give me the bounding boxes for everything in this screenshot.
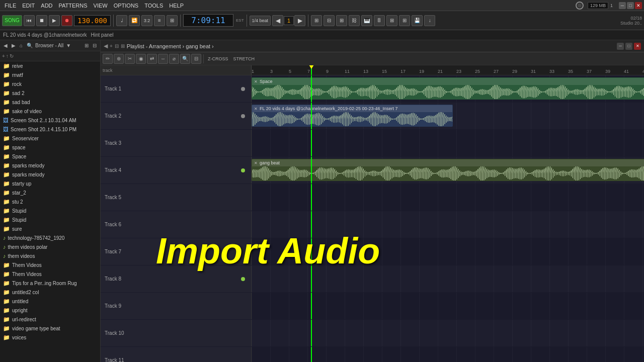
mixer2-button[interactable]: 🎚 xyxy=(374,15,385,26)
browser-item[interactable]: 📁url-redirect xyxy=(0,315,100,324)
time-sig-button[interactable]: 1/4 beat xyxy=(250,16,271,26)
browser-item[interactable]: 📁voices xyxy=(0,333,100,342)
browser-item[interactable]: 📁sparks melody xyxy=(0,170,100,179)
track-label-10[interactable]: Track 10 xyxy=(101,320,252,346)
track-label-5[interactable]: Track 5 xyxy=(101,184,252,211)
browser-item[interactable]: 📁sake of video xyxy=(0,107,100,116)
browser-view-button[interactable]: ⊞ xyxy=(83,42,90,49)
browser-item[interactable]: ♪them videos polar xyxy=(0,242,100,251)
track-content-7[interactable] xyxy=(252,238,644,265)
browser-btn[interactable]: ⊞ xyxy=(386,15,397,26)
playlist-close-button[interactable]: ✕ xyxy=(634,43,641,50)
ruler-ticks[interactable]: 1357911131517192123252729313335373941434… xyxy=(252,65,644,75)
track-label-4[interactable]: Track 4 xyxy=(101,157,252,184)
playlist-nav-left[interactable]: ◀ xyxy=(104,43,108,49)
browser-refresh-button[interactable]: ↻ xyxy=(10,53,14,59)
pattern-btn[interactable]: ⊞ xyxy=(399,15,410,26)
menu-help[interactable]: HELP xyxy=(167,2,186,10)
track-content-9[interactable] xyxy=(252,293,644,319)
browser-search-button[interactable]: 🔍 xyxy=(25,42,34,49)
track-label-3[interactable]: Track 3 xyxy=(101,130,252,156)
track-label-1[interactable]: Track 1 xyxy=(101,75,252,102)
menu-add[interactable]: ADD xyxy=(38,2,55,10)
browser-item[interactable]: 📁stu 2 xyxy=(0,197,100,206)
playlist-add-button[interactable]: + xyxy=(110,43,113,49)
snap-button[interactable]: ⊞ xyxy=(311,15,322,26)
track-label-7[interactable]: Track 7 xyxy=(101,238,252,265)
track-label-9[interactable]: Track 9 xyxy=(101,293,252,319)
playlist-expand-button[interactable]: ⊞ xyxy=(121,43,125,49)
close-button[interactable]: ✕ xyxy=(635,2,642,9)
clip-remove[interactable]: ✕ xyxy=(254,161,258,165)
audio-clip[interactable]: ✕gang beat xyxy=(252,159,644,181)
count-in-button[interactable]: 3:2 xyxy=(141,15,152,26)
maximize-button[interactable]: □ xyxy=(627,2,634,9)
track-content-6[interactable] xyxy=(252,211,644,238)
draw-tool[interactable]: ✏ xyxy=(103,54,113,64)
delete-tool[interactable]: ✂ xyxy=(125,54,135,64)
link-button[interactable]: ⛓ xyxy=(349,15,360,26)
browser-options-button[interactable]: ⊟ xyxy=(91,42,98,49)
browser-item[interactable]: 📁Them Videos xyxy=(0,260,100,269)
browser-item[interactable]: 📁upright xyxy=(0,306,100,315)
browser-item[interactable]: 📁Stupid xyxy=(0,206,100,215)
zoom-out-tool[interactable]: ⊟ xyxy=(191,54,201,64)
browser-item[interactable]: ♪them videos xyxy=(0,251,100,260)
piano-button[interactable]: 🎹 xyxy=(361,15,372,26)
add-folder-button[interactable]: + xyxy=(2,53,5,59)
browser-item[interactable]: 📁sparks melody xyxy=(0,161,100,170)
browser-item[interactable]: 📁rock xyxy=(0,79,100,88)
select-tool[interactable]: ⊕ xyxy=(114,54,124,64)
track-content-4[interactable]: ✕gang beat xyxy=(252,157,644,184)
zoom-button[interactable]: ⊞ xyxy=(336,15,347,26)
browser-collapse-button[interactable]: ▼ xyxy=(64,42,72,49)
mixer-button[interactable]: ≡ xyxy=(154,15,165,26)
track-content-11[interactable] xyxy=(252,347,644,362)
browser-item[interactable]: 📁rnwtf xyxy=(0,70,100,79)
stop-button[interactable]: ⏹ xyxy=(36,15,47,26)
minimize-button[interactable]: ─ xyxy=(619,2,626,9)
play-button[interactable]: ▶ xyxy=(49,15,60,26)
browser-item[interactable]: 📁Seoservicer xyxy=(0,134,100,143)
track-content-3[interactable] xyxy=(252,130,644,156)
track-content-2[interactable]: ✕FL 20 vids 4 days @1channelnetwork_2019… xyxy=(252,103,644,129)
menu-view[interactable]: VIEW xyxy=(91,2,110,10)
browser-item[interactable]: 🖼Screen Shot 20..t 4.15.10 PM xyxy=(0,125,100,134)
zoom-in-tool[interactable]: 🔍 xyxy=(180,54,190,64)
menu-patterns[interactable]: PATTERNS xyxy=(56,2,90,10)
loop-button[interactable]: 🔁 xyxy=(129,15,140,26)
track-content-8[interactable] xyxy=(252,265,644,292)
output-button[interactable]: ⊞ xyxy=(167,15,178,26)
playlist-collapse-button[interactable]: ⊟ xyxy=(115,43,119,49)
clip-remove[interactable]: ✕ xyxy=(254,107,258,111)
track-label-11[interactable]: Track 11 xyxy=(101,347,252,362)
browser-item[interactable]: 📁star_2 xyxy=(0,188,100,197)
browser-item[interactable]: 🖼Screen Shot 2..t 10.31.04 AM xyxy=(0,116,100,125)
clip-remove[interactable]: ✕ xyxy=(254,79,258,84)
export-btn[interactable]: ↓ xyxy=(424,15,435,26)
audio-clip[interactable]: ✕Space xyxy=(252,77,644,100)
record-button[interactable]: ⏺ xyxy=(61,15,72,26)
song-button[interactable]: SONG xyxy=(2,15,22,26)
browser-up-button[interactable]: ↑ xyxy=(6,53,9,59)
browser-item[interactable]: 📁sure xyxy=(0,224,100,233)
bpm-display[interactable]: 130.000 xyxy=(74,15,111,26)
rewind-button[interactable]: ⏮ xyxy=(24,15,35,26)
track-label-2[interactable]: Track 2 xyxy=(101,103,252,129)
detuning-tool[interactable]: ⌀ xyxy=(169,54,179,64)
slip-tool[interactable]: ⇄ xyxy=(147,54,157,64)
track-content-1[interactable]: ✕Space xyxy=(252,75,644,102)
browser-item[interactable]: 📁video game type beat xyxy=(0,324,100,333)
beat-prev-button[interactable]: ◀ xyxy=(272,15,283,26)
browser-item[interactable]: 📁sad bad xyxy=(0,98,100,107)
menu-file[interactable]: FILE xyxy=(2,2,19,10)
slide-tool[interactable]: ↔ xyxy=(158,54,168,64)
browser-item[interactable]: 📁space xyxy=(0,143,100,152)
menu-options[interactable]: OPTIONS xyxy=(111,2,141,10)
track-content-10[interactable] xyxy=(252,320,644,346)
browser-forward-button[interactable]: ▶ xyxy=(10,42,17,49)
browser-item[interactable]: 📁untitled xyxy=(0,297,100,306)
menu-tools[interactable]: TOOLS xyxy=(142,2,166,10)
beat-next-button[interactable]: ▶ xyxy=(294,15,305,26)
playlist-min-button[interactable]: ─ xyxy=(617,43,624,50)
